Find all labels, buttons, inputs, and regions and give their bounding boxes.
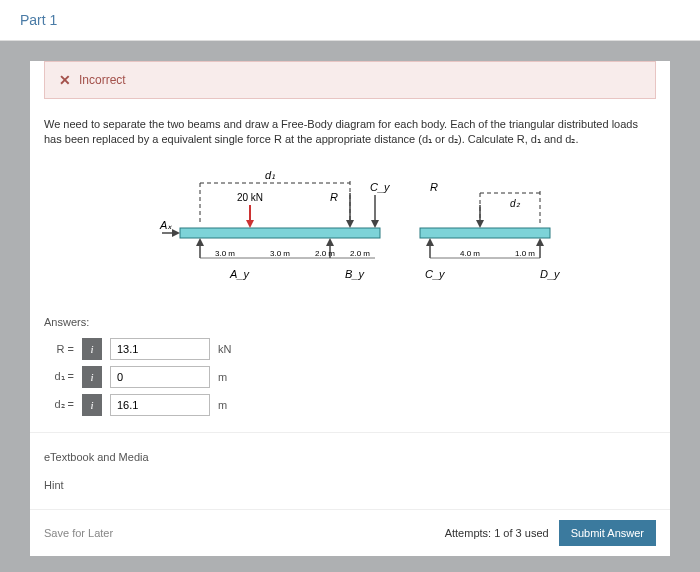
incorrect-alert: ✕ Incorrect (44, 61, 656, 99)
svg-text:R: R (330, 191, 338, 203)
info-icon[interactable]: i (82, 394, 102, 416)
svg-text:2.0 m: 2.0 m (315, 249, 335, 258)
info-icon[interactable]: i (82, 366, 102, 388)
answer-row: R = i kN (44, 338, 656, 360)
submit-answer-button[interactable]: Submit Answer (559, 520, 656, 546)
save-for-later-link[interactable]: Save for Later (44, 527, 113, 539)
answer-rows: R = i kN d₁ = i m d₂ = i m (30, 338, 670, 432)
etextbook-link[interactable]: eTextbook and Media (44, 443, 656, 471)
bottom-bar: Save for Later Attempts: 1 of 3 used Sub… (30, 509, 670, 556)
unit-label: m (218, 371, 258, 383)
answer-input-R[interactable] (110, 338, 210, 360)
answer-input-d2[interactable] (110, 394, 210, 416)
svg-marker-11 (371, 220, 379, 228)
svg-text:d₁: d₁ (265, 169, 275, 181)
svg-text:3.0 m: 3.0 m (270, 249, 290, 258)
svg-text:1.0 m: 1.0 m (515, 249, 535, 258)
svg-rect-1 (420, 228, 550, 238)
info-icon[interactable]: i (82, 338, 102, 360)
svg-rect-0 (180, 228, 380, 238)
svg-text:2.0 m: 2.0 m (350, 249, 370, 258)
svg-marker-8 (346, 220, 354, 228)
answer-row: d₂ = i m (44, 394, 656, 416)
svg-marker-16 (196, 238, 204, 246)
content-panel: ✕ Incorrect We need to separate the two … (30, 61, 670, 556)
attempts-counter: Attempts: 1 of 3 used (445, 527, 549, 539)
alert-text: Incorrect (79, 73, 126, 87)
answer-label: d₂ = (44, 398, 74, 411)
problem-statement: We need to separate the two beams and dr… (30, 113, 670, 158)
part-header: Part 1 (0, 0, 700, 41)
svg-text:Aₓ: Aₓ (159, 219, 173, 231)
svg-marker-14 (172, 229, 180, 237)
unit-label: m (218, 399, 258, 411)
svg-marker-29 (476, 220, 484, 228)
svg-text:4.0 m: 4.0 m (460, 249, 480, 258)
svg-text:A_y: A_y (229, 268, 250, 280)
answer-input-d1[interactable] (110, 366, 210, 388)
close-icon: ✕ (59, 72, 71, 88)
answer-label: d₁ = (44, 370, 74, 383)
links-section: eTextbook and Media Hint (30, 432, 670, 509)
answer-row: d₁ = i m (44, 366, 656, 388)
svg-text:C_y: C_y (370, 181, 391, 193)
svg-text:20 kN: 20 kN (237, 192, 263, 203)
svg-marker-34 (536, 238, 544, 246)
unit-label: kN (218, 343, 258, 355)
svg-marker-5 (246, 220, 254, 228)
svg-text:B_y: B_y (345, 268, 365, 280)
svg-marker-19 (326, 238, 334, 246)
svg-text:C_y: C_y (425, 268, 446, 280)
svg-text:R: R (430, 181, 438, 193)
svg-marker-31 (426, 238, 434, 246)
hint-link[interactable]: Hint (44, 471, 656, 499)
answers-label: Answers: (30, 308, 670, 332)
svg-text:3.0 m: 3.0 m (215, 249, 235, 258)
answer-label: R = (44, 343, 74, 355)
svg-text:d₂: d₂ (510, 198, 521, 209)
svg-text:D_y: D_y (540, 268, 561, 280)
free-body-diagram: d₁ 20 kN R C_y Aₓ A_y B_y (30, 158, 670, 308)
